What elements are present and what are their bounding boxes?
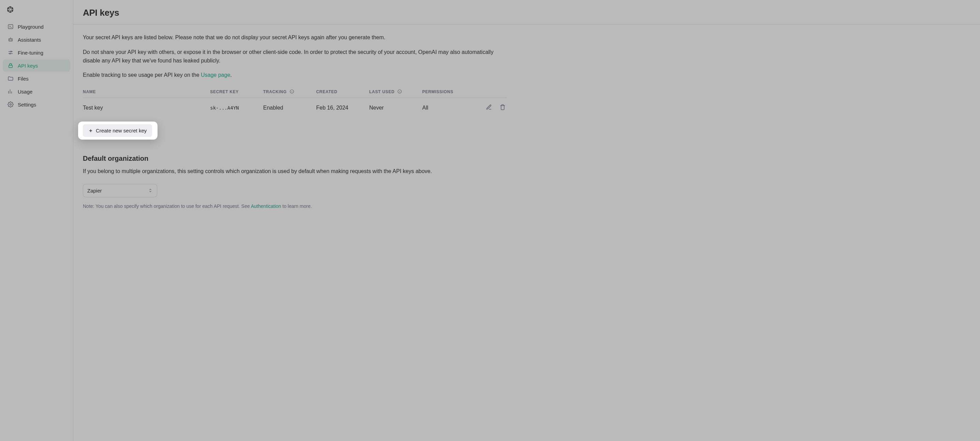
col-tracking: Tracking (263, 86, 317, 98)
sidebar-item-settings[interactable]: Settings (3, 98, 70, 110)
cell-permissions: All (422, 98, 475, 117)
note-pre: Note: You can also specify which organiz… (83, 203, 251, 209)
sidebar-item-label: Assistants (18, 37, 41, 43)
trash-icon (500, 104, 506, 110)
intro-p3: Enable tracking to see usage per API key… (83, 71, 507, 80)
gear-icon (8, 101, 14, 107)
robot-icon (8, 37, 14, 43)
intro-p3-post: . (230, 72, 232, 78)
create-secret-key-label: Create new secret key (96, 128, 146, 133)
chevron-up-down-icon (148, 188, 153, 193)
main-content: API keys Your secret API keys are listed… (73, 0, 980, 441)
cell-tracking: Enabled (263, 98, 317, 117)
plus-icon (88, 128, 93, 133)
info-icon[interactable] (397, 89, 402, 94)
col-tracking-label: Tracking (263, 89, 287, 94)
sidebar-item-playground[interactable]: Playground (3, 21, 70, 33)
page-title: API keys (83, 8, 970, 18)
sidebar-item-label: Playground (18, 24, 44, 30)
sidebar-item-api-keys[interactable]: API keys (3, 59, 70, 72)
sliders-icon (8, 50, 14, 56)
cell-name: Test key (83, 98, 210, 117)
default-org-heading: Default organization (83, 155, 507, 163)
sidebar-item-label: Files (18, 76, 29, 81)
col-permissions: Permissions (422, 86, 475, 98)
sidebar-item-assistants[interactable]: Assistants (3, 34, 70, 46)
usage-page-link[interactable]: Usage page (201, 72, 230, 78)
create-secret-key-button[interactable]: Create new secret key (83, 124, 152, 137)
sidebar-item-label: API keys (18, 63, 38, 69)
note-post: to learn more. (281, 203, 312, 209)
default-org-desc: If you belong to multiple organizations,… (83, 167, 507, 176)
terminal-icon (8, 24, 14, 30)
sidebar: Playground Assistants Fine-tuning API ke… (0, 0, 73, 441)
sidebar-item-files[interactable]: Files (3, 72, 70, 85)
svg-point-4 (11, 51, 11, 52)
col-last-used-label: Last used (369, 89, 395, 94)
api-keys-table: Name Secret key Tracking Created Last us… (83, 86, 507, 117)
sidebar-item-fine-tuning[interactable]: Fine-tuning (3, 46, 70, 59)
page-header: API keys (73, 0, 980, 25)
col-secret: Secret key (210, 86, 263, 98)
svg-point-2 (10, 40, 10, 40)
col-created: Created (316, 86, 369, 98)
cell-created: Feb 16, 2024 (316, 98, 369, 117)
create-key-spotlight: Create new secret key (78, 121, 158, 140)
intro-p1: Your secret API keys are listed below. P… (83, 34, 507, 42)
edit-icon (486, 104, 492, 110)
cell-secret: sk-...A4YN (210, 98, 263, 117)
svg-point-7 (10, 104, 11, 105)
lock-icon (8, 62, 14, 69)
chart-icon (8, 88, 14, 94)
authentication-link[interactable]: Authentication (251, 203, 281, 209)
svg-point-3 (11, 40, 12, 40)
default-org-select[interactable]: Zapier (83, 184, 157, 197)
sidebar-item-label: Fine-tuning (18, 50, 43, 56)
svg-rect-6 (9, 65, 13, 67)
table-row: Test key sk-...A4YN Enabled Feb 16, 2024… (83, 98, 507, 117)
folder-icon (8, 75, 14, 81)
cell-last-used: Never (369, 98, 423, 117)
sidebar-item-label: Settings (18, 102, 36, 107)
col-name: Name (83, 86, 210, 98)
openai-logo-icon (5, 5, 15, 15)
default-org-selected: Zapier (87, 188, 102, 193)
svg-point-5 (10, 53, 11, 54)
default-org-note: Note: You can also specify which organiz… (83, 203, 507, 209)
col-last-used: Last used (369, 86, 423, 98)
info-icon[interactable] (290, 89, 294, 94)
sidebar-item-label: Usage (18, 89, 32, 94)
delete-key-button[interactable] (498, 103, 507, 113)
sidebar-item-usage[interactable]: Usage (3, 85, 70, 97)
sidebar-nav: Playground Assistants Fine-tuning API ke… (3, 21, 70, 110)
edit-key-button[interactable] (485, 103, 493, 113)
intro-p3-pre: Enable tracking to see usage per API key… (83, 72, 201, 78)
intro-p2: Do not share your API key with others, o… (83, 48, 507, 65)
